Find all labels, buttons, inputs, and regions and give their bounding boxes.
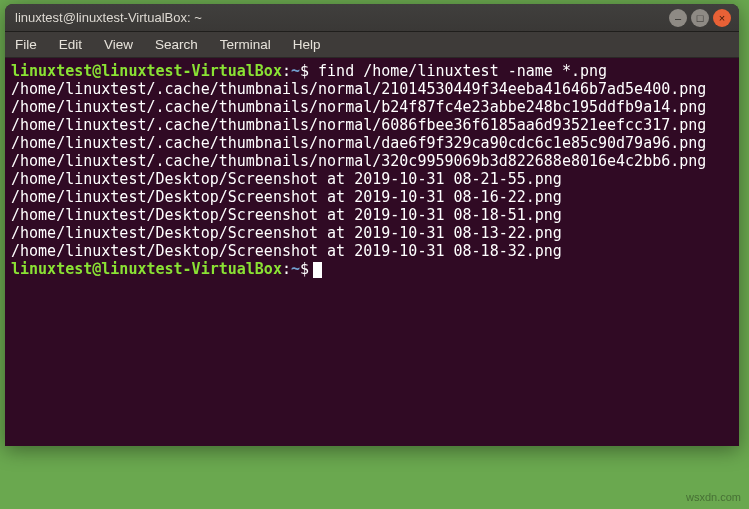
- maximize-button[interactable]: □: [691, 9, 709, 27]
- output-line: /home/linuxtest/Desktop/Screenshot at 20…: [11, 224, 733, 242]
- menubar: File Edit View Search Terminal Help: [5, 32, 739, 58]
- menu-edit[interactable]: Edit: [59, 37, 82, 52]
- minimize-icon: –: [675, 12, 681, 24]
- cursor-icon: [313, 262, 322, 278]
- output-line: /home/linuxtest/Desktop/Screenshot at 20…: [11, 206, 733, 224]
- prompt-line: linuxtest@linuxtest-VirtualBox:~$: [11, 260, 733, 278]
- command-text: find /home/linuxtest -name *.png: [318, 62, 607, 80]
- prompt-dollar: $: [300, 62, 309, 80]
- menu-search[interactable]: Search: [155, 37, 198, 52]
- menu-help[interactable]: Help: [293, 37, 321, 52]
- output-line: /home/linuxtest/Desktop/Screenshot at 20…: [11, 170, 733, 188]
- output-line: /home/linuxtest/.cache/thumbnails/normal…: [11, 134, 733, 152]
- prompt-user-host: linuxtest@linuxtest-VirtualBox: [11, 260, 282, 278]
- output-line: /home/linuxtest/.cache/thumbnails/normal…: [11, 116, 733, 134]
- terminal-content[interactable]: linuxtest@linuxtest-VirtualBox:~$ find /…: [5, 58, 739, 446]
- prompt-dollar: $: [300, 260, 309, 278]
- minimize-button[interactable]: –: [669, 9, 687, 27]
- close-icon: ×: [719, 12, 725, 24]
- prompt-cwd: ~: [291, 62, 300, 80]
- menu-view[interactable]: View: [104, 37, 133, 52]
- prompt-user-host: linuxtest@linuxtest-VirtualBox: [11, 62, 282, 80]
- close-button[interactable]: ×: [713, 9, 731, 27]
- command-line: linuxtest@linuxtest-VirtualBox:~$ find /…: [11, 62, 733, 80]
- output-line: /home/linuxtest/.cache/thumbnails/normal…: [11, 80, 733, 98]
- prompt-sep1: :: [282, 62, 291, 80]
- output-line: /home/linuxtest/Desktop/Screenshot at 20…: [11, 188, 733, 206]
- window-title: linuxtest@linuxtest-VirtualBox: ~: [13, 10, 665, 25]
- output-line: /home/linuxtest/Desktop/Screenshot at 20…: [11, 242, 733, 260]
- menu-terminal[interactable]: Terminal: [220, 37, 271, 52]
- prompt-cwd: ~: [291, 260, 300, 278]
- watermark: wsxdn.com: [686, 491, 741, 503]
- output-line: /home/linuxtest/.cache/thumbnails/normal…: [11, 152, 733, 170]
- prompt-sep1: :: [282, 260, 291, 278]
- terminal-window: linuxtest@linuxtest-VirtualBox: ~ – □ × …: [5, 4, 739, 446]
- menu-file[interactable]: File: [15, 37, 37, 52]
- output-line: /home/linuxtest/.cache/thumbnails/normal…: [11, 98, 733, 116]
- maximize-icon: □: [697, 12, 704, 24]
- titlebar[interactable]: linuxtest@linuxtest-VirtualBox: ~ – □ ×: [5, 4, 739, 32]
